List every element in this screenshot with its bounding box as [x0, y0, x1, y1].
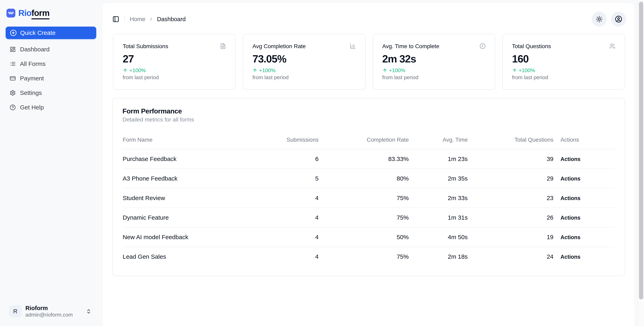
stat-delta: +100%: [389, 68, 406, 73]
sidebar-item-label: All Forms: [20, 60, 46, 67]
avg-time-cell: 1m 23s: [409, 149, 468, 169]
form-name-cell: Lead Gen Sales: [122, 247, 264, 266]
stat-value: 27: [123, 54, 226, 64]
avg-time-cell: 2m 18s: [409, 247, 468, 266]
avg-time-cell: 2m 33s: [409, 188, 468, 208]
sidebar-item-label: Settings: [20, 89, 42, 96]
users-icon: [609, 43, 615, 49]
stat-caption: from last period: [252, 75, 356, 80]
stat-title: Avg. Time to Complete: [382, 43, 440, 50]
stat-title: Avg Completion Rate: [252, 43, 306, 50]
theme-toggle-button[interactable]: [592, 12, 607, 27]
clock-icon: [480, 43, 486, 49]
submissions-cell: 6: [264, 149, 319, 169]
row-actions-button[interactable]: Actions: [560, 195, 580, 201]
sun-icon: [596, 16, 603, 22]
row-actions-button[interactable]: Actions: [560, 215, 580, 221]
sidebar-item-dashboard[interactable]: Dashboard: [6, 42, 96, 57]
submissions-cell: 4: [264, 208, 319, 227]
topbar-actions: [592, 12, 626, 27]
form-performance-card: Form Performance Detailed metrics for al…: [112, 98, 625, 276]
user-menu[interactable]: R Rioform admin@rioform.com: [6, 305, 96, 318]
scrollbar-thumb[interactable]: [639, 1, 643, 299]
stat-card-total-questions: Total Questions 160 +100% from last peri…: [502, 34, 625, 90]
avg-time-cell: 4m 50s: [409, 227, 468, 247]
chevron-right-icon: [149, 17, 154, 21]
completion-rate-cell: 75%: [319, 188, 409, 208]
brand-logo: Rioform: [6, 9, 96, 17]
row-actions-button[interactable]: Actions: [560, 234, 580, 241]
sidebar-nav: Dashboard All Forms Payment: [6, 42, 96, 115]
submissions-cell: 4: [264, 188, 319, 208]
stat-value: 2m 32s: [382, 54, 486, 64]
row-actions-button[interactable]: Actions: [560, 254, 580, 260]
brand-name-primary: Rio: [18, 8, 32, 18]
row-actions-button[interactable]: Actions: [560, 176, 580, 182]
sidebar-item-label: Dashboard: [20, 46, 50, 53]
completion-rate-cell: 75%: [319, 208, 409, 227]
user-meta: Rioform admin@rioform.com: [26, 305, 73, 317]
user-email: admin@rioform.com: [26, 312, 73, 317]
stat-caption: from last period: [512, 75, 615, 80]
total-questions-cell: 24: [468, 247, 554, 266]
stats-row: Total Submissions 27 +100% from last per…: [102, 27, 634, 90]
total-questions-cell: 29: [468, 169, 554, 188]
stat-caption: from last period: [123, 75, 226, 80]
panel-left-icon: [112, 16, 119, 22]
avg-time-cell: 1m 31s: [409, 208, 468, 227]
sidebar-item-all-forms[interactable]: All Forms: [6, 57, 96, 71]
table-row: Student Review 4 75% 2m 33s 23 Actions: [122, 188, 615, 208]
submissions-cell: 4: [264, 227, 319, 247]
sidebar-item-get-help[interactable]: Get Help: [6, 100, 96, 115]
stat-title: Total Questions: [512, 43, 551, 50]
sidebar-item-settings[interactable]: Settings: [6, 86, 96, 100]
col-header-actions: Actions: [554, 131, 615, 149]
file-text-icon: [220, 43, 226, 49]
stat-caption: from last period: [382, 75, 486, 80]
total-questions-cell: 26: [468, 208, 554, 227]
completion-rate-cell: 80%: [319, 169, 409, 188]
sidebar-item-payment[interactable]: Payment: [6, 71, 96, 86]
layout-dashboard-icon: [10, 46, 16, 52]
col-header-form-name: Form Name: [122, 131, 264, 149]
stat-card-avg-time-to-complete: Avg. Time to Complete 2m 32s +100% from …: [373, 34, 495, 90]
bar-chart-icon: [350, 43, 356, 49]
sidebar-item-label: Payment: [20, 75, 44, 82]
scrollbar-track[interactable]: [638, 0, 644, 326]
submissions-cell: 5: [264, 169, 319, 188]
table-header-row: Form Name Submissions Completion Rate Av…: [122, 131, 615, 149]
account-button[interactable]: [611, 12, 626, 27]
stat-card-avg-completion-rate: Avg Completion Rate 73.05% +100% from la…: [243, 34, 366, 90]
sidebar: Rioform Quick Create Dashboard: [0, 0, 102, 326]
total-questions-cell: 39: [468, 149, 554, 169]
sidebar-item-label: Get Help: [20, 104, 44, 111]
col-header-avg-time: Avg. Time: [409, 131, 468, 149]
quick-create-button[interactable]: Quick Create: [6, 27, 96, 39]
avatar: R: [9, 305, 22, 318]
total-questions-cell: 19: [468, 227, 554, 247]
quick-create-label: Quick Create: [20, 29, 56, 36]
table-row: Dynamic Feature 4 75% 1m 31s 26 Actions: [122, 208, 615, 227]
form-name-cell: New AI model Feedback: [122, 227, 264, 247]
row-actions-button[interactable]: Actions: [560, 156, 580, 163]
sidebar-toggle-button[interactable]: [112, 16, 119, 22]
stat-delta: +100%: [519, 68, 535, 73]
breadcrumb-current: Dashboard: [157, 16, 186, 22]
form-name-cell: Dynamic Feature: [122, 208, 264, 227]
list-icon: [10, 61, 16, 67]
breadcrumb-home[interactable]: Home: [130, 16, 145, 22]
stat-title: Total Submissions: [123, 43, 168, 50]
form-name-cell: A3 Phone Feedback: [122, 169, 264, 188]
section-title: Form Performance: [122, 108, 615, 114]
stat-delta: +100%: [129, 68, 146, 73]
help-circle-icon: [10, 104, 16, 110]
brand-name: Rioform: [18, 9, 50, 17]
divider: [124, 16, 125, 22]
completion-rate-cell: 50%: [319, 227, 409, 247]
table-row: Purchase Feedback 6 83.33% 1m 23s 39 Act…: [122, 149, 615, 169]
submissions-cell: 4: [264, 247, 319, 266]
stat-card-total-submissions: Total Submissions 27 +100% from last per…: [113, 34, 236, 90]
section-subtitle: Detailed metrics for all forms: [122, 117, 615, 123]
topbar: Home Dashboard: [102, 3, 634, 27]
form-name-cell: Purchase Feedback: [122, 149, 264, 169]
